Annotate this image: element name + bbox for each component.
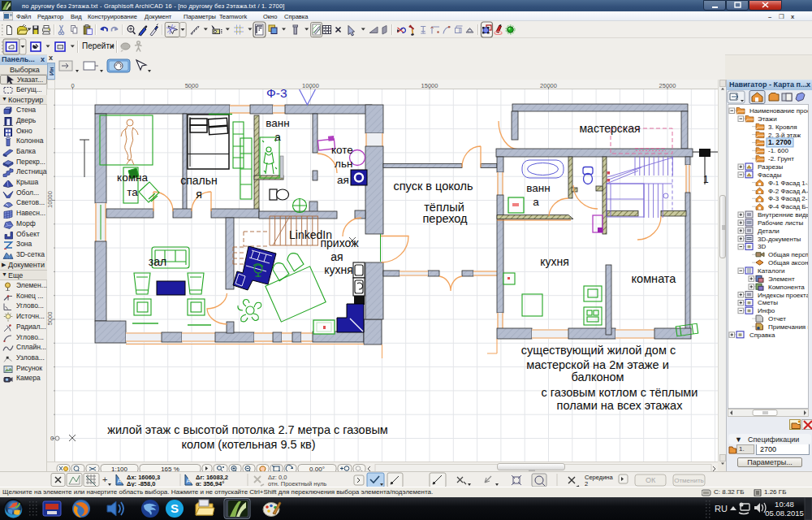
svg-text:RU: RU — [715, 504, 728, 514]
svg-text:10000: 10000 — [302, 82, 319, 89]
svg-text:20000: 20000 — [540, 82, 557, 89]
svg-text:Каталоги: Каталоги — [758, 267, 785, 275]
svg-text:Сметы: Сметы — [758, 299, 778, 306]
svg-text:05.08.2015: 05.08.2015 — [765, 509, 804, 518]
svg-text:мастерская: мастерская — [579, 122, 640, 135]
svg-text:3D-документы: 3D-документы — [758, 236, 801, 243]
svg-text:Разрезы: Разрезы — [758, 163, 783, 171]
svg-text:A: A — [118, 477, 123, 484]
svg-text:-2. Грунт: -2. Грунт — [768, 155, 794, 162]
svg-text:3D: 3D — [758, 243, 766, 250]
svg-text:Ф-4 Фасад Б-А (: Ф-4 Фасад Б-А ( — [768, 203, 809, 210]
svg-text:5000: 5000 — [47, 312, 54, 326]
svg-text:а: а — [274, 131, 281, 143]
svg-text:Общая аксоном: Общая аксоном — [768, 259, 809, 266]
svg-text:1: 1 — [703, 174, 709, 185]
svg-text:с газовым котлом с тёплыми: с газовым котлом с тёплыми — [542, 386, 698, 399]
svg-text:+: + — [102, 474, 107, 484]
svg-text:кухня: кухня — [540, 255, 569, 268]
svg-text:25000: 25000 — [659, 82, 676, 89]
svg-text:0: 0 — [50, 435, 54, 442]
svg-text:Наименование проекта: Наименование проекта — [749, 107, 809, 115]
svg-text:2. 3-й этаж: 2. 3-й этаж — [768, 132, 801, 139]
svg-text:Компонента: Компонента — [768, 284, 805, 291]
svg-text:-1. 600: -1. 600 — [768, 147, 788, 154]
svg-text:10:48: 10:48 — [775, 500, 794, 509]
svg-text:мастерской на 2м этаже и: мастерской на 2м этаже и — [526, 358, 669, 371]
svg-text:Ф-3 Фасад 2-1 (: Ф-3 Фасад 2-1 ( — [768, 195, 809, 202]
svg-text:существующий жилой дом с: существующий жилой дом с — [521, 344, 676, 357]
svg-text:Элемент: Элемент — [768, 275, 795, 283]
svg-text:Середина: Середина — [585, 474, 613, 481]
svg-text:A: A — [187, 477, 192, 484]
svg-text:Инфо: Инфо — [758, 307, 775, 314]
svg-text:Общая перспек: Общая перспек — [768, 251, 809, 258]
svg-text:комна: комна — [117, 171, 148, 184]
svg-text:Ф-1 Фасад 1-2 (: Ф-1 Фасад 1-2 ( — [768, 180, 809, 187]
svg-text:Отчет: Отчет — [768, 315, 786, 323]
svg-text:ванн: ванн — [266, 117, 289, 129]
svg-text:Справка: Справка — [749, 332, 775, 339]
svg-text:комната: комната — [632, 272, 677, 285]
svg-text:спальн: спальн — [180, 174, 218, 187]
svg-text:переход: переход — [422, 212, 468, 225]
svg-text:1. 2700: 1. 2700 — [768, 138, 792, 146]
svg-text:прихож: прихож — [320, 236, 359, 249]
svg-text:ОК: ОК — [646, 476, 656, 484]
svg-text:0: 0 — [71, 82, 74, 89]
svg-text:Перейти: Перейти — [82, 41, 114, 50]
svg-text:Ф-2 Фасад А-Б (: Ф-2 Фасад А-Б ( — [768, 188, 809, 195]
svg-text:колом (котельная 9.5 кв): колом (котельная 9.5 кв) — [181, 438, 315, 451]
svg-text:а: а — [533, 196, 539, 208]
svg-text:S: S — [171, 501, 179, 515]
svg-text:Внутренние виды: Внутренние виды — [758, 211, 809, 219]
svg-text:Фасады: Фасады — [758, 171, 782, 179]
svg-text:3. Кровля: 3. Кровля — [768, 124, 797, 131]
svg-text:15000: 15000 — [421, 82, 438, 89]
svg-text:Этажи: Этажи — [758, 115, 777, 123]
svg-text:Рабочие листы: Рабочие листы — [758, 219, 803, 227]
svg-text:балконом: балконом — [571, 370, 624, 384]
svg-text:ванн: ванн — [526, 182, 550, 194]
svg-text:10000: 10000 — [47, 191, 54, 208]
svg-text:кухня: кухня — [324, 263, 353, 276]
svg-text:Индексы проекта: Индексы проекта — [758, 292, 809, 299]
svg-text:Примечания и з: Примечания и з — [768, 323, 809, 331]
svg-text:спуск в цоколь: спуск в цоколь — [393, 180, 473, 193]
svg-text:жилой этаж с высотой потолка 2: жилой этаж с высотой потолка 2.7 метра с… — [107, 423, 388, 436]
svg-text:Детали: Детали — [758, 228, 780, 235]
svg-text:5000: 5000 — [185, 82, 199, 89]
svg-text:Отменить: Отменить — [674, 477, 704, 484]
svg-text:коте: коте — [331, 144, 353, 156]
svg-text:Ф-3: Ф-3 — [266, 89, 287, 100]
svg-text:льн: льн — [335, 158, 352, 170]
svg-text:зал: зал — [149, 255, 166, 268]
svg-text:ая: ая — [337, 174, 349, 186]
svg-text:я: я — [196, 188, 202, 201]
svg-text:та: та — [127, 186, 138, 198]
svg-text:ая: ая — [330, 250, 343, 263]
svg-text:полами на всех этажах: полами на всех этажах — [557, 399, 684, 412]
